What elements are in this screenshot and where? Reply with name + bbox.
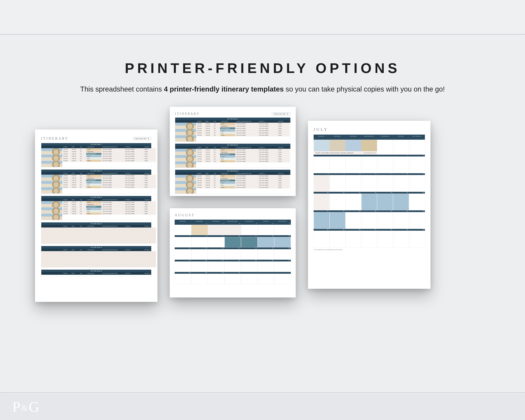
- divider-top: [0, 34, 525, 35]
- page-calendar-august: AUGUST SUNDAYMONDAYTUESDAYWEDNESDAYTHURS…: [170, 208, 296, 298]
- toggle-label: Click to turn OFF: [135, 138, 147, 140]
- page-itinerary-landscape: ITINERARY Click to turn OFF 20 July Day …: [170, 107, 296, 196]
- brand-p: P: [12, 399, 20, 415]
- toggle-dot-icon: [287, 113, 288, 115]
- itin-block: 22 July Day 3 STARTENDNO.CATEGORYDETAILS…: [41, 196, 151, 220]
- page-itinerary-portrait: ITINERARY Click to turn OFF 20 July Day …: [35, 130, 158, 302]
- block-cols: STARTENDNO.CATEGORYDETAILS/DESCRIPTIONNO…: [41, 146, 151, 148]
- itin-block-empty: 23 July Day 4 STARTENDNO.CATEGORYDETAILS…: [41, 222, 151, 244]
- hero-link[interactable]: Add reservations here: [364, 152, 375, 153]
- toggle-dot-icon: [148, 138, 149, 139]
- calendar-header: SUNDAYMONDAYTUESDAYWEDNESDAYTHURSDAYFRID…: [175, 220, 291, 223]
- july-footnote: *This calendar for the following month i…: [314, 249, 425, 251]
- brand-bar: P&G: [0, 394, 525, 420]
- subheadline: This spreadsheet contains 4 printer-frie…: [0, 84, 525, 94]
- itin-block: 20 July Day 1 STARTENDNO.CATEGORYDETAILS…: [41, 143, 151, 167]
- brand-amp: &: [21, 403, 28, 413]
- itin-block: 24 July Day 3 STARTENDNO.CATEGORYDETAILS…: [175, 169, 291, 194]
- subheadline-a: This spreadsheet contains: [80, 85, 164, 93]
- page-b-title: ITINERARY: [175, 112, 200, 116]
- page-c-title: AUGUST: [175, 213, 291, 217]
- brand-logo: P&G: [12, 399, 39, 415]
- page-a-blocks: 20 July Day 1 STARTENDNO.CATEGORYDETAILS…: [41, 143, 151, 277]
- itin-block: 22 July Day 2 STARTENDNO.CATEGORYDETAILS…: [175, 143, 291, 168]
- subheadline-c: so you can take physical copies with you…: [286, 85, 445, 93]
- itin-block: 21 July Day 2 STARTENDNO.CATEGORYDETAILS…: [41, 169, 151, 194]
- page-a-title: ITINERARY: [41, 137, 69, 140]
- hero-caption: Trip start · see full details | check re…: [315, 152, 353, 153]
- subheadline-b: 4 printer-friendly itinerary templates: [164, 85, 284, 93]
- promo-slide: PRINTER-FRIENDLY OPTIONS This spreadshee…: [0, 0, 525, 420]
- itin-block-empty: 25 July Day 6 STARTENDNO.CATEGORYDETAILS…: [41, 270, 151, 277]
- toggle-pill[interactable]: Click to turn OFF: [132, 137, 151, 140]
- calendar-grid-august: 1234567891011121314151617181920212223242…: [175, 223, 291, 284]
- pages-canvas: ITINERARY Click to turn OFF 20 July Day …: [0, 103, 525, 390]
- block-day: 20 July Day 1: [91, 143, 102, 145]
- itin-block: 20 July Day 1 STARTENDNO.CATEGORYDETAILS…: [175, 117, 291, 142]
- page-calendar-july: JULY SUNDAYMONDAYTUESDAYWEDNESDAYTHURSDA…: [308, 121, 431, 289]
- page-d-title: JULY: [314, 127, 425, 132]
- divider-bottom: [0, 392, 525, 393]
- calendar-header: SUNDAYMONDAYTUESDAYWEDNESDAYTHURSDAYFRID…: [314, 135, 425, 138]
- calendar-grid-july: 1234567891011121314151617181920212223242…: [314, 155, 425, 247]
- july-hero-row: [314, 138, 425, 140]
- toggle-pill[interactable]: Click to turn OFF: [272, 112, 291, 115]
- block-day: 22 July Day 3: [91, 196, 102, 198]
- itin-block-empty: 24 July Day 5 STARTENDNO.CATEGORYDETAILS…: [41, 246, 151, 267]
- brand-g: G: [29, 399, 39, 415]
- block-day: 21 July Day 2: [91, 170, 102, 172]
- headline: PRINTER-FRIENDLY OPTIONS: [0, 60, 525, 76]
- top-band: [0, 0, 525, 32]
